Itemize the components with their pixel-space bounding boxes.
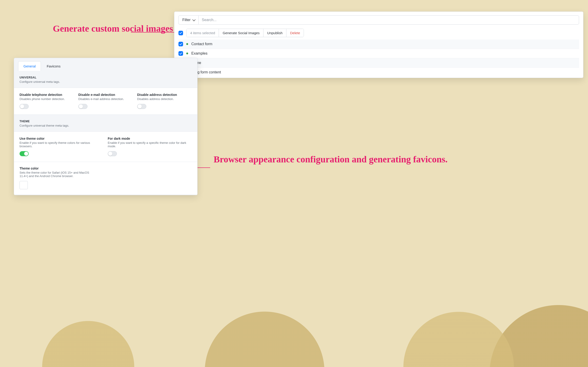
field-title: Disable telephone detection xyxy=(19,93,74,97)
tab-general[interactable]: General xyxy=(18,61,41,71)
use-theme-color-field: Use theme color Enable if you want to sp… xyxy=(19,137,104,156)
dark-mode-toggle[interactable] xyxy=(108,151,117,156)
theme-toggle-fields: Use theme color Enable if you want to sp… xyxy=(14,131,197,162)
unpublish-button[interactable]: Unpublish xyxy=(263,29,286,37)
background-mountains xyxy=(0,280,588,367)
section-desc: Configure universal theme meta tags. xyxy=(19,124,192,127)
use-theme-color-toggle[interactable] xyxy=(19,151,29,156)
generate-social-images-button[interactable]: Generate Social Images xyxy=(219,29,263,37)
field-title: For dark mode xyxy=(108,137,192,140)
field-desc: Enable if you want to specify a specific… xyxy=(108,141,192,148)
filter-label: Filter xyxy=(182,18,191,22)
delete-button[interactable]: Delete xyxy=(286,29,304,37)
status-dot-icon xyxy=(186,43,188,45)
universal-fields: Disable telephone detection Disables pho… xyxy=(14,88,197,115)
checkmark-icon xyxy=(179,42,182,45)
disable-address-field: Disable address detection Disables addre… xyxy=(137,93,192,109)
disable-telephone-toggle[interactable] xyxy=(19,104,29,109)
item-title: Contact form xyxy=(191,42,212,46)
field-title: Use theme color xyxy=(19,137,104,140)
section-title: UNIVERSAL xyxy=(19,76,192,79)
item-title: Examples xyxy=(191,51,208,56)
field-desc: Disables address detection. xyxy=(137,97,192,101)
disable-email-toggle[interactable] xyxy=(78,104,87,109)
field-title: Disable address detection xyxy=(137,93,192,97)
field-desc: Disables phone number detection. xyxy=(19,97,74,101)
row-checkbox[interactable] xyxy=(179,51,183,56)
selected-count: 4 items selected xyxy=(187,29,219,37)
disable-email-field: Disable e-mail detection Disables e-mail… xyxy=(78,93,133,109)
theme-color-field: Theme color Sets the theme color for Saf… xyxy=(19,167,98,189)
disable-telephone-field: Disable telephone detection Disables pho… xyxy=(19,93,74,109)
field-title: Theme color xyxy=(19,167,98,170)
field-desc: Enable if you want to specify theme colo… xyxy=(19,141,104,148)
settings-card: General Favicons UNIVERSAL Configure uni… xyxy=(14,58,198,195)
settings-tabs: General Favicons xyxy=(14,58,197,71)
bulk-action-buttons: 4 items selected Generate Social Images … xyxy=(186,29,304,37)
universal-section-header: UNIVERSAL Configure universal meta tags. xyxy=(14,71,197,88)
filter-search-row: Filter xyxy=(179,15,579,25)
bulk-action-row: 4 items selected Generate Social Images … xyxy=(179,29,579,37)
annotation-top: Generate custom social images xyxy=(53,23,173,34)
search-input[interactable] xyxy=(199,15,579,25)
field-title: Disable e-mail detection xyxy=(78,93,133,97)
checkmark-icon xyxy=(179,31,182,34)
row-checkbox[interactable] xyxy=(179,42,183,46)
list-item[interactable]: Contact form xyxy=(179,40,579,49)
theme-color-swatch[interactable] xyxy=(19,181,28,189)
theme-section-header: THEME Configure universal theme meta tag… xyxy=(14,115,197,131)
status-dot-icon xyxy=(186,52,188,54)
section-desc: Configure universal meta tags. xyxy=(19,80,192,83)
content-listing-panel: Filter 4 items selected Generate Social … xyxy=(174,11,583,78)
filter-button[interactable]: Filter xyxy=(179,15,199,25)
list-item[interactable]: Long form content xyxy=(179,67,579,77)
chevron-down-icon xyxy=(192,18,195,21)
disable-address-toggle[interactable] xyxy=(137,104,146,109)
field-desc: Sets the theme color for Safari (iOS 15+… xyxy=(19,171,98,178)
theme-color-field-block: Theme color Sets the theme color for Saf… xyxy=(14,162,197,195)
tab-favicons[interactable]: Favicons xyxy=(41,61,66,71)
dark-mode-field: For dark mode Enable if you want to spec… xyxy=(108,137,192,156)
annotation-bottom: Browser appearance configuration and gen… xyxy=(214,154,448,165)
section-title: THEME xyxy=(19,120,192,123)
list-item[interactable]: Home xyxy=(179,58,579,67)
select-all-checkbox[interactable] xyxy=(179,31,183,35)
field-desc: Disables e-mail address detection. xyxy=(78,97,133,101)
list-item[interactable]: Examples xyxy=(179,49,579,58)
checkmark-icon xyxy=(179,52,182,55)
